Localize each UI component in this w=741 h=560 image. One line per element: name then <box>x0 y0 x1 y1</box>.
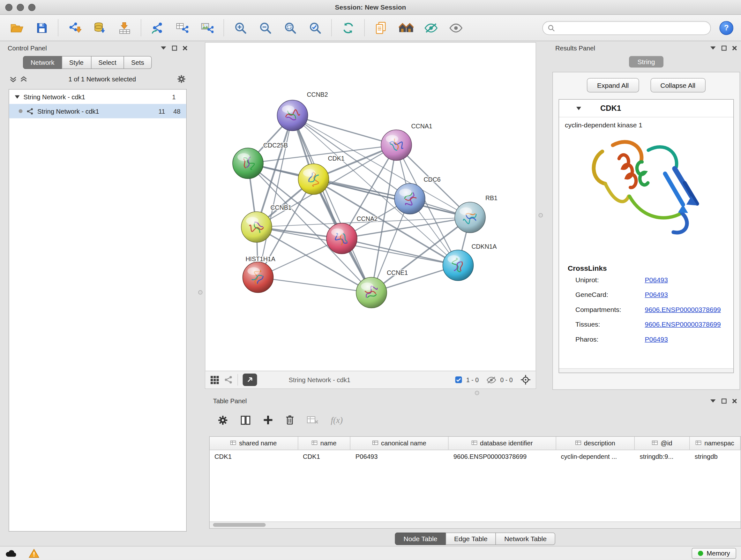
column-header-canonical-name[interactable]: canonical name <box>351 437 449 450</box>
add-column-icon[interactable] <box>263 415 273 425</box>
tab-network[interactable]: Network <box>23 56 62 69</box>
network-row[interactable]: String Network - cdk1 11 48 <box>9 104 186 118</box>
expand-all-networks-icon[interactable] <box>20 75 27 83</box>
gene-header[interactable]: CDK1 <box>559 100 733 118</box>
expander-icon[interactable] <box>15 95 20 99</box>
collapse-gene-icon[interactable] <box>576 107 581 110</box>
copy-button[interactable] <box>370 18 392 38</box>
network-node-CDKN1A[interactable] <box>443 250 474 281</box>
save-session-button[interactable] <box>30 18 53 38</box>
float-panel-icon[interactable] <box>722 398 727 403</box>
tab-network-table[interactable]: Network Table <box>495 533 555 545</box>
network-node-RB1[interactable] <box>455 202 485 233</box>
edge-CCNB2-CCNE1[interactable] <box>293 116 372 293</box>
crosshair-icon[interactable] <box>521 374 531 385</box>
zoom-selected-button[interactable] <box>304 18 326 38</box>
float-panel-icon[interactable] <box>722 45 727 51</box>
open-session-button[interactable] <box>6 18 28 38</box>
edge-CCNB1-CDKN1A[interactable] <box>257 227 458 265</box>
edge-CCNB2-CCNA1[interactable] <box>293 116 397 145</box>
edge-CCNA2-CDKN1A[interactable] <box>342 239 458 265</box>
hidden-eye-icon[interactable] <box>486 376 496 384</box>
import-network-file-button[interactable] <box>64 18 86 38</box>
network-node-CDK1[interactable] <box>298 164 329 194</box>
horizontal-splitter-handle[interactable] <box>475 391 479 395</box>
expand-all-button[interactable]: Expand All <box>587 78 638 92</box>
birdseye-view-button[interactable] <box>243 374 257 386</box>
column-header-shared-name[interactable]: shared name <box>210 437 298 450</box>
column-header--id[interactable]: @id <box>635 437 690 450</box>
show-details-button[interactable] <box>445 18 467 38</box>
close-panel-icon[interactable] <box>183 45 188 51</box>
network-node-HIST1H1A[interactable] <box>243 262 273 293</box>
tab-sets[interactable]: Sets <box>124 56 152 69</box>
selected-checkbox-icon[interactable] <box>455 376 462 384</box>
delete-column-icon[interactable] <box>285 415 294 425</box>
results-scrollbar[interactable] <box>559 368 733 373</box>
network-node-CCNB1[interactable] <box>241 212 272 242</box>
column-header-name[interactable]: name <box>298 437 351 450</box>
import-table-button[interactable] <box>114 18 136 38</box>
network-node-CDC6[interactable] <box>394 184 425 214</box>
crosslink-value-link[interactable]: P06493 <box>645 335 668 343</box>
crosslink-value-link[interactable]: P06493 <box>645 291 668 298</box>
help-button[interactable]: ? <box>720 21 734 35</box>
table-options-gear-icon[interactable] <box>218 415 228 425</box>
network-canvas[interactable]: CCNB2CCNA1CDC25BCDK1CDC6RB1CCNB1CCNA2CDK… <box>205 43 536 371</box>
panel-menu-icon[interactable] <box>160 46 167 50</box>
zoom-out-button[interactable] <box>254 18 276 38</box>
edge-CCNB2-HIST1H1A[interactable] <box>258 116 293 277</box>
import-network-db-button[interactable] <box>89 18 111 38</box>
refresh-layout-button[interactable] <box>337 18 359 38</box>
network-options-gear-icon[interactable] <box>177 75 186 83</box>
node-table[interactable]: shared namenamecanonical namedatabase id… <box>209 436 741 529</box>
tab-edge-table[interactable]: Edge Table <box>446 533 496 545</box>
tab-style[interactable]: Style <box>62 56 91 69</box>
annotations-button[interactable] <box>395 18 417 38</box>
new-network-button[interactable] <box>146 18 169 38</box>
memory-button[interactable]: Memory <box>692 548 736 559</box>
network-node-CCNA1[interactable] <box>381 130 412 161</box>
show-columns-icon[interactable] <box>240 415 251 425</box>
edge-HIST1H1A-CCNE1[interactable] <box>258 277 372 293</box>
warning-icon[interactable] <box>29 549 39 558</box>
collapse-all-button[interactable]: Collapse All <box>650 78 705 92</box>
scrollbar-thumb[interactable] <box>213 523 266 527</box>
tab-string[interactable]: String <box>629 56 664 68</box>
zoom-in-button[interactable] <box>229 18 252 38</box>
crosslink-value-link[interactable]: 9606.ENSP00000378699 <box>645 305 721 313</box>
vertical-splitter-handle[interactable] <box>539 213 543 218</box>
zoom-fit-button[interactable] <box>279 18 301 38</box>
column-header-database-identifier[interactable]: database identifier <box>449 437 556 450</box>
column-header-description[interactable]: description <box>556 437 635 450</box>
search-field[interactable] <box>542 21 711 35</box>
horizontal-scrollbar[interactable] <box>210 522 741 528</box>
collapse-all-networks-icon[interactable] <box>10 75 17 83</box>
cloud-status-icon[interactable] <box>5 549 17 557</box>
search-input[interactable] <box>558 23 706 32</box>
network-view[interactable]: CCNB2CCNA1CDC25BCDK1CDC6RB1CCNB1CCNA2CDK… <box>205 42 536 389</box>
network-node-CCNA2[interactable] <box>327 223 357 254</box>
network-collection-row[interactable]: String Network - cdk1 1 <box>9 90 186 104</box>
panel-menu-icon[interactable] <box>710 46 717 50</box>
tab-select[interactable]: Select <box>91 56 124 69</box>
panel-menu-icon[interactable] <box>710 399 717 403</box>
network-share-icon[interactable] <box>224 375 232 384</box>
network-node-CCNB2[interactable] <box>277 100 308 131</box>
column-header-namespac[interactable]: namespac <box>690 437 741 450</box>
vertical-splitter-handle[interactable] <box>198 290 203 295</box>
network-from-table-button[interactable] <box>172 18 193 38</box>
export-image-button[interactable] <box>196 18 218 38</box>
tab-node-table[interactable]: Node Table <box>395 533 446 545</box>
crosslink-value-link[interactable]: P06493 <box>645 275 668 283</box>
function-builder-icon[interactable]: f(x) <box>331 415 343 425</box>
grid-view-icon[interactable] <box>210 375 219 384</box>
crosslink-value-link[interactable]: 9606.ENSP00000378699 <box>645 320 721 328</box>
network-node-CDC25B[interactable] <box>232 148 263 179</box>
network-node-CCNE1[interactable] <box>356 277 387 308</box>
close-panel-icon[interactable] <box>732 398 738 403</box>
edge-CDK1-RB1[interactable] <box>314 179 470 217</box>
table-row[interactable]: CDK1CDK1P064939606.ENSP00000378699cyclin… <box>210 450 741 463</box>
float-panel-icon[interactable] <box>172 45 178 51</box>
close-panel-icon[interactable] <box>732 45 738 51</box>
